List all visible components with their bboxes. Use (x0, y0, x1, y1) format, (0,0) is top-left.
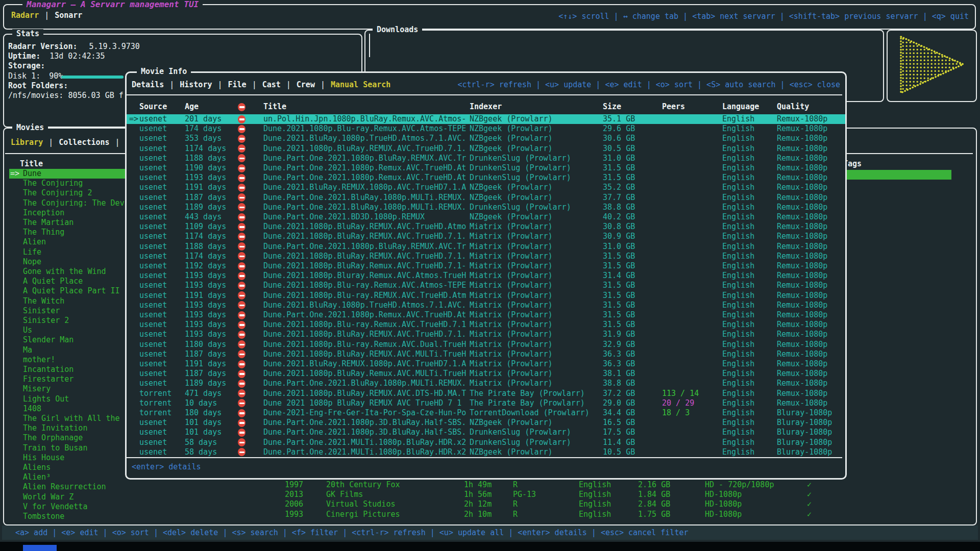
search-result-row[interactable]: usenet1189 daysDune.Part.One.2021.BluRay… (127, 379, 845, 388)
search-result-row[interactable]: usenet1193 daysDune.2021.1080p.Blu-ray.R… (127, 320, 845, 330)
movie-list-item[interactable]: The Girl with All the (9, 414, 129, 423)
release-title-cell: Dune.2021.BluRay.1080p.TrueHD.Atmos.7.1.… (263, 134, 466, 143)
movie-list-item[interactable]: A Quiet Place (9, 277, 129, 286)
search-result-row[interactable]: usenet353 daysDune.2021.BluRay.1080p.Tru… (127, 134, 845, 143)
movie-list-item[interactable]: The Invitation (9, 423, 129, 433)
search-result-row[interactable]: usenet1193 daysDune.2021.BluRay.1080p.Tr… (127, 300, 845, 310)
movie-list-item[interactable]: The Witch (9, 296, 129, 306)
search-result-row[interactable]: usenet1187 daysDune.Part.One.2021.BluRay… (127, 193, 845, 203)
language-cell: English (722, 183, 754, 192)
movie-list-item[interactable]: Slender Man (9, 335, 129, 345)
search-result-row[interactable]: usenet1190 daysDune.Part.One.2021.1080p.… (127, 163, 845, 173)
movie-list-item[interactable]: mother! (9, 355, 129, 365)
search-result-row[interactable]: usenet101 daysDune.Part.One.2021.1080p.3… (127, 418, 845, 428)
search-result-row[interactable]: usenet101 daysDune.Part.One.2021.1080p.3… (127, 428, 845, 437)
language-cell: English (722, 310, 754, 320)
search-result-row[interactable]: usenet1193 daysDune.Part.One.2021.1080p.… (127, 310, 845, 320)
movie-list-item[interactable]: Alien (9, 237, 129, 247)
search-result-row[interactable]: usenet1189 daysDune.Part.One.2021.BluRay… (127, 203, 845, 212)
search-result-row[interactable]: usenet1193 daysDune.Part.One.2021.1080p.… (127, 173, 845, 183)
search-result-row[interactable]: usenet58 daysDune.Part.One.2021.MULTi.10… (127, 447, 845, 457)
search-result-row[interactable]: usenet1193 daysDune.2021.1080p.Blu-ray.R… (127, 281, 845, 290)
search-result-row[interactable]: usenet1191 daysDune.2021.BluRay.REMUX.10… (127, 183, 845, 192)
movie-list-item[interactable]: The Orphanage (9, 433, 129, 443)
search-result-row[interactable]: usenet1188 daysDune.Part.One.2021.1080p.… (127, 154, 845, 163)
movie-list-item[interactable]: Lights Out (9, 394, 129, 404)
tab-collections[interactable]: Collections (59, 138, 109, 147)
movie-list-item[interactable]: Sinister 2 (9, 316, 129, 325)
search-result-row[interactable]: usenet1174 daysDune.2021.1080p.BluRay.RE… (127, 232, 845, 241)
language-cell: English (722, 252, 754, 261)
movie-list-item[interactable]: A Quiet Place Part II (9, 286, 129, 296)
movie-list-item[interactable]: Ma (9, 345, 129, 355)
movie-list-item[interactable]: The Conjuring 2 (9, 188, 129, 198)
search-result-row[interactable]: usenet1180 daysDune.2021.1080p.Blu-ray.R… (127, 340, 845, 349)
no-entry-icon (238, 311, 246, 319)
tab-sonarr[interactable]: Sonarr (55, 11, 82, 20)
search-result-row[interactable]: usenet1193 daysDune.2021.1080p.Bluray.Re… (127, 271, 845, 281)
search-result-row[interactable]: usenet174 daysDune.2021.1080p.Blu-ray.Re… (127, 124, 845, 134)
tab-history[interactable]: History (180, 80, 212, 89)
release-title-cell: un.Pol.Hin.Jpn.1080p.BluRay.Remux.AVC.At… (263, 114, 466, 124)
tab-file[interactable]: File (228, 80, 247, 89)
search-result-row[interactable]: torrent471 daysDune.2021.1080p.BluRay.RE… (127, 389, 845, 398)
movie-list-item[interactable]: The Thing (9, 228, 129, 237)
movie-list-item[interactable]: =>Dune (9, 169, 129, 179)
indexer-cell: NZBgeek (Prowlarr) (470, 183, 553, 192)
tab-details[interactable]: Details (132, 80, 164, 89)
age-cell: 1187 days (185, 349, 226, 359)
search-result-row[interactable]: usenet58 daysDune.Part.One.2021.MULTi.10… (127, 438, 845, 447)
indexer-cell: Miatrix (Prowlarr) (470, 252, 553, 261)
movie-list-item[interactable]: 1408 (9, 404, 129, 414)
movie-table-row[interactable]: 2013GK Films1h 56mPG-13English1.84 GBHD-… (4, 490, 980, 499)
movie-list-item[interactable]: The Conjuring (9, 179, 129, 188)
movie-list-item[interactable]: Firestarter (9, 374, 129, 384)
search-result-row[interactable]: usenet443 daysDune.Part.One.2021.BD3D.10… (127, 212, 845, 222)
rating-cell: R (513, 499, 518, 509)
movie-table-row[interactable]: 2006Virtual Studios2h 12mREnglish2.84 GB… (4, 499, 980, 509)
search-result-row[interactable]: usenet1193 daysDune.2021.1080p.BluRay.RE… (127, 330, 845, 339)
size-cell: 31.5 GB (603, 173, 635, 183)
size-cell: 2.84 GB (638, 499, 670, 509)
size-cell: 30.9 GB (603, 232, 635, 241)
quality-cell: Remux-1080p (777, 261, 827, 271)
header-panel: Managarr — A Servarr management TUI Rada… (3, 4, 976, 30)
search-result-row[interactable]: usenet1191 daysDune.2021.BluRay.REMUX.10… (127, 359, 845, 369)
search-result-row[interactable]: usenet1191 daysDune.2021.1080p.Blu-ray.R… (127, 291, 845, 300)
movie-list-item[interactable]: Us (9, 325, 129, 335)
movie-list-item[interactable]: Nope (9, 257, 129, 267)
search-result-row[interactable]: torrent10 daysDune 2021 1080p BluRay REM… (127, 398, 845, 408)
size-cell: 31.5 GB (603, 310, 635, 320)
size-cell: 16.5 GB (603, 418, 635, 428)
search-result-row[interactable]: =>usenet201 daysun.Pol.Hin.Jpn.1080p.Blu… (127, 114, 845, 124)
search-result-row[interactable]: usenet1109 daysDune.2021.1080p.BluRay.RE… (127, 222, 845, 232)
movie-list-item[interactable]: Inception (9, 208, 129, 218)
search-result-row[interactable]: usenet1174 daysDune.2021.1080p.BluRay.RE… (127, 252, 845, 261)
tab-library[interactable]: Library (11, 138, 43, 147)
tab-cast[interactable]: Cast (262, 80, 281, 89)
search-result-row[interactable]: usenet1187 daysDune.2021.1080p.BluRay.RE… (127, 349, 845, 359)
movie-list-item[interactable]: Gone with the Wind (9, 267, 129, 277)
movie-list-item[interactable]: His House (9, 453, 129, 463)
header-title: Title (263, 102, 286, 112)
movie-list-item[interactable]: Train to Busan (9, 443, 129, 453)
tab-radarr[interactable]: Radarr (11, 11, 39, 20)
search-result-row[interactable]: usenet1188 daysDune.Part.One.2021.1080p.… (127, 242, 845, 252)
tab-crew[interactable]: Crew (297, 80, 315, 89)
search-result-row[interactable]: usenet1187 daysDune.2021.1080p.BluRay.Re… (127, 369, 845, 379)
movie-table-row[interactable]: 1993Cinergi Pictures2h 10mREnglish1.75 G… (4, 510, 980, 519)
movie-list-item[interactable]: Misery (9, 384, 129, 394)
movie-table-row[interactable]: 199720th Century Fox1h 49mREnglish2.16 G… (4, 480, 980, 490)
source-cell: usenet (139, 183, 167, 192)
search-result-row[interactable]: usenet1192 daysDune.2021.1080p.BluRay.Re… (127, 261, 845, 271)
movie-list-item[interactable]: The Martian (9, 218, 129, 228)
search-result-row[interactable]: usenet1174 daysDune.2021.1080p.BluRay.RE… (127, 144, 845, 154)
movie-list-item[interactable]: Incantation (9, 365, 129, 374)
movie-list-item[interactable]: Life (9, 247, 129, 257)
movie-list-item[interactable]: Sinister (9, 306, 129, 316)
size-cell: 31.5 GB (603, 252, 635, 261)
search-result-row[interactable]: torrent180 daysDune-2021-Eng-Fre-Ger-Ita… (127, 408, 845, 418)
movie-list-item[interactable]: Aliens (9, 463, 129, 472)
movie-list-item[interactable]: The Conjuring: The Dev (9, 198, 129, 208)
tab-manual-search[interactable]: Manual Search (331, 80, 390, 89)
